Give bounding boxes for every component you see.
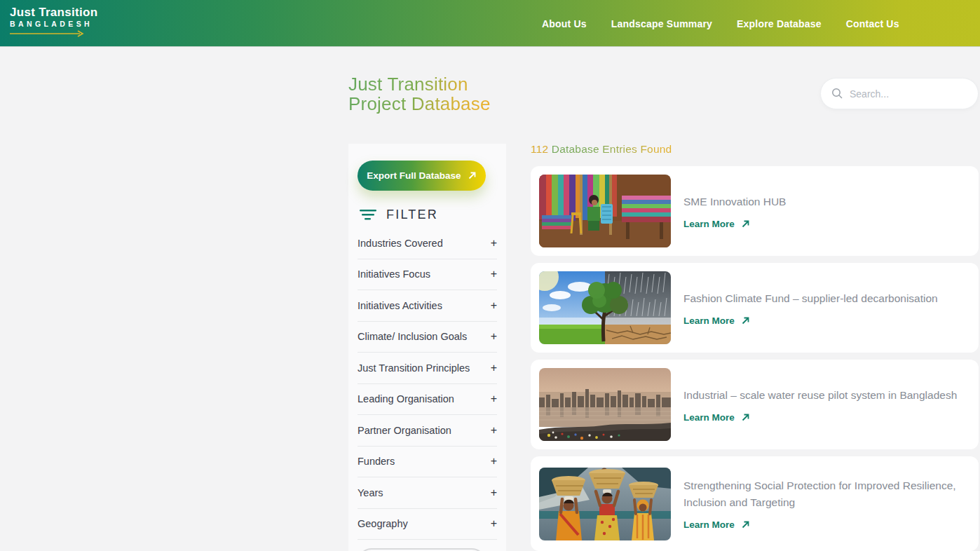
learn-more-label: Learn More — [683, 315, 735, 326]
filter-partner-organisation[interactable]: Partner Organisation + — [358, 415, 497, 447]
entry-title: Fashion Climate Fund – supplier-led deca… — [683, 290, 938, 307]
entry-thumbnail-city-riverfront — [539, 368, 671, 441]
plus-icon[interactable]: + — [491, 487, 497, 498]
page-title-line2: Project Database — [348, 93, 491, 114]
filter-label: Geography — [358, 518, 408, 529]
entry-body: SME Innovation HUB Learn More — [683, 193, 790, 229]
filter-label: Initiatives Focus — [358, 268, 430, 280]
filter-label: Initiatives Activities — [358, 300, 442, 311]
learn-more-label: Learn More — [683, 219, 735, 229]
entry-title: SME Innovation HUB — [683, 193, 786, 210]
filter-climate-inclusion-goals[interactable]: Climate/ Inclusion Goals + — [358, 322, 497, 353]
filter-label: Industries Covered — [358, 238, 443, 249]
arrow-up-right-icon — [468, 171, 477, 180]
site-logo[interactable]: Just Transition BANGLADESH — [10, 6, 97, 37]
entry-body: Strengthening Social Protection for Impr… — [683, 477, 970, 530]
filter-geography[interactable]: Geography + — [358, 509, 497, 540]
entry-body: Fashion Climate Fund – supplier-led deca… — [683, 290, 942, 326]
results-heading: 112 Database Entries Found — [531, 143, 979, 156]
arrow-right-icon — [10, 30, 85, 37]
entry-card: SME Innovation HUB Learn More — [531, 166, 979, 256]
entry-title: Industrial – scale water reuse pilot sys… — [683, 387, 957, 404]
logo-subtitle: BANGLADESH — [10, 20, 97, 29]
page-title: Just Transition Project Database — [348, 74, 491, 114]
filter-heading: FILTER — [358, 208, 497, 222]
learn-more-label: Learn More — [683, 412, 735, 423]
plus-icon[interactable]: + — [491, 518, 497, 529]
results-count: 112 — [531, 143, 548, 155]
learn-more-link[interactable]: Learn More — [683, 315, 938, 326]
results-heading-text: Database Entries Found — [552, 143, 672, 155]
plus-icon[interactable]: + — [491, 456, 497, 467]
learn-more-link[interactable]: Learn More — [683, 412, 957, 423]
export-full-database-button[interactable]: Export Full Database — [358, 161, 486, 191]
plus-icon[interactable]: + — [491, 362, 497, 374]
filter-label: Just Transition Principles — [358, 362, 470, 374]
entry-thumbnail-climate-contrast — [539, 271, 671, 344]
plus-icon[interactable]: + — [491, 393, 497, 404]
nav-contact-us[interactable]: Contact Us — [846, 18, 899, 29]
learn-more-link[interactable]: Learn More — [683, 219, 786, 229]
filter-just-transition-principles[interactable]: Just Transition Principles + — [358, 353, 497, 384]
nav-explore-database[interactable]: Explore Database — [737, 18, 822, 29]
entry-title: Strengthening Social Protection for Impr… — [683, 477, 966, 511]
filter-sidebar: Export Full Database FILTER Industries C… — [348, 144, 506, 551]
filter-leading-organisation[interactable]: Leading Organisation + — [358, 384, 497, 416]
entry-thumbnail-women-baskets — [539, 468, 671, 540]
arrow-up-right-icon — [741, 413, 750, 422]
logo-title: Just Transition — [10, 6, 97, 19]
filter-label: Climate/ Inclusion Goals — [358, 331, 467, 342]
main-nav: About Us Landscape Summary Explore Datab… — [542, 0, 899, 47]
export-button-label: Export Full Database — [367, 170, 461, 181]
entry-card: Industrial – scale water reuse pilot sys… — [531, 360, 979, 449]
results-panel: 112 Database Entries Found — [531, 143, 979, 551]
learn-more-link[interactable]: Learn More — [683, 519, 966, 530]
top-navigation-bar: Just Transition BANGLADESH About Us Land… — [0, 0, 980, 47]
page-title-line1: Just Transition — [348, 74, 468, 95]
search-input[interactable] — [850, 88, 967, 100]
filter-list: Industries Covered + Initiatives Focus +… — [358, 228, 497, 540]
entry-list: SME Innovation HUB Learn More — [531, 166, 979, 551]
plus-icon[interactable]: + — [491, 268, 497, 280]
nav-landscape-summary[interactable]: Landscape Summary — [611, 18, 712, 29]
plus-icon[interactable]: + — [491, 238, 497, 249]
entry-card: Fashion Climate Fund – supplier-led deca… — [531, 263, 979, 353]
filter-years[interactable]: Years + — [358, 477, 497, 509]
plus-icon[interactable]: + — [491, 331, 497, 342]
filter-initiatives-focus[interactable]: Initiatives Focus + — [358, 259, 497, 291]
filter-label: Years — [358, 487, 383, 498]
filter-initiatives-activities[interactable]: Initiatives Activities + — [358, 290, 497, 322]
filter-funders[interactable]: Funders + — [358, 447, 497, 478]
learn-more-label: Learn More — [683, 519, 735, 530]
search-icon — [831, 88, 843, 100]
arrow-up-right-icon — [741, 219, 750, 229]
filter-label: Funders — [358, 456, 395, 467]
filter-industries-covered[interactable]: Industries Covered + — [358, 228, 497, 259]
plus-icon[interactable]: + — [491, 425, 497, 436]
entry-body: Industrial – scale water reuse pilot sys… — [683, 387, 961, 423]
entry-thumbnail-textile-market — [539, 175, 671, 247]
plus-icon[interactable]: + — [491, 300, 497, 311]
filter-heading-label: FILTER — [386, 208, 438, 222]
filter-label: Leading Organisation — [358, 393, 454, 404]
filter-icon — [359, 209, 377, 221]
sidebar-bottom-button[interactable] — [358, 548, 486, 551]
entry-card: Strengthening Social Protection for Impr… — [531, 456, 979, 551]
arrow-up-right-icon — [741, 520, 750, 529]
search-bar — [820, 78, 979, 109]
nav-about-us[interactable]: About Us — [542, 18, 587, 29]
arrow-up-right-icon — [741, 316, 750, 325]
filter-label: Partner Organisation — [358, 425, 451, 436]
